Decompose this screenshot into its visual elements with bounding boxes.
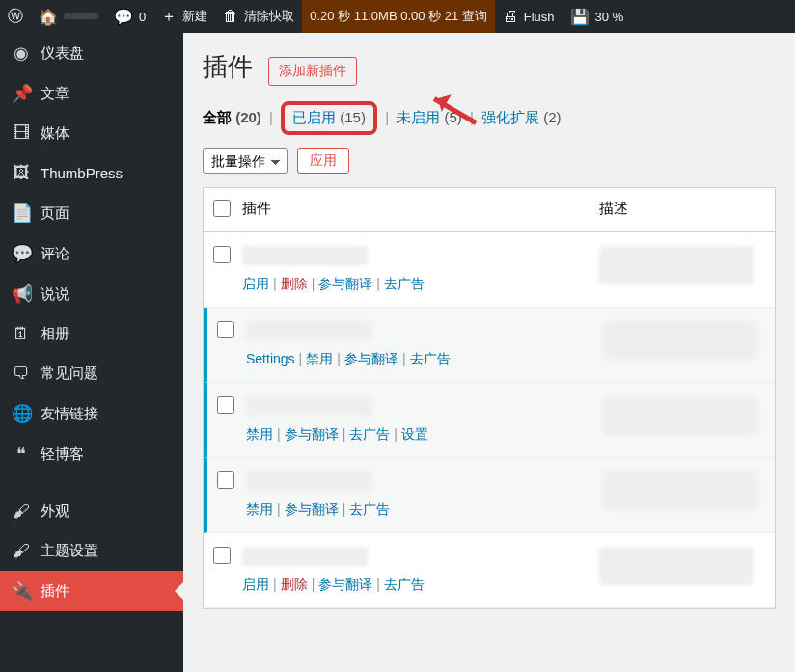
- column-header-desc[interactable]: 描述: [599, 200, 628, 220]
- sidebar-item-10[interactable]: ❝轻博客: [0, 434, 183, 474]
- bulk-action-select[interactable]: 批量操作: [203, 148, 288, 174]
- menu-icon: 🔌: [12, 580, 31, 602]
- comments-bubble[interactable]: 💬0: [106, 0, 153, 33]
- filter-inactive[interactable]: 未启用 (5): [397, 109, 462, 125]
- plugin-name-redacted: [246, 396, 371, 416]
- menu-icon: 📄: [12, 202, 31, 224]
- page-title: 插件: [203, 50, 253, 84]
- row-checkbox[interactable]: [217, 321, 234, 338]
- menu-icon: 🌐: [12, 403, 31, 424]
- menu-icon: 🎞: [12, 123, 31, 144]
- menu-label: 评论: [41, 245, 69, 263]
- plugin-desc-redacted: [599, 547, 754, 585]
- comments-count: 0: [139, 10, 146, 24]
- sidebar-item-8[interactable]: 🗨常见问题: [0, 354, 183, 393]
- menu-icon: 🖌: [12, 541, 31, 561]
- menu-label: 友情链接: [41, 405, 98, 423]
- flush-button[interactable]: 🖨Flush: [495, 0, 562, 33]
- sidebar-item-0[interactable]: ◉仪表盘: [0, 33, 183, 73]
- action-link[interactable]: 删除: [281, 577, 308, 592]
- sidebar-item-11[interactable]: 🖌外观: [0, 492, 183, 531]
- row-checkbox[interactable]: [217, 471, 234, 489]
- select-all-checkbox[interactable]: [213, 200, 231, 217]
- site-home[interactable]: 🏠: [31, 0, 106, 33]
- plugin-name-redacted: [242, 547, 368, 566]
- plugin-table: 插件 描述 启用|删除|参与翻译|去广告Settings|禁用|参与翻译|去广告…: [203, 187, 776, 609]
- plugin-name-redacted: [242, 246, 368, 265]
- add-new-plugin-button[interactable]: 添加新插件: [268, 57, 357, 86]
- action-link[interactable]: 禁用: [306, 351, 333, 366]
- sidebar-item-5[interactable]: 💬评论: [0, 233, 183, 274]
- sidebar-item-13[interactable]: 🔌插件: [0, 571, 183, 611]
- plugin-row: 禁用|参与翻译|去广告: [204, 458, 775, 533]
- sidebar-item-12[interactable]: 🖌主题设置: [0, 531, 183, 571]
- plugin-name-redacted: [246, 471, 371, 491]
- sidebar-item-4[interactable]: 📄页面: [0, 193, 183, 233]
- plugin-row: Settings|禁用|参与翻译|去广告: [204, 308, 775, 383]
- action-link[interactable]: 去广告: [384, 577, 425, 592]
- action-link[interactable]: 参与翻译: [285, 501, 339, 517]
- action-link[interactable]: 禁用: [246, 426, 273, 442]
- plugin-desc-redacted: [603, 471, 757, 510]
- action-link[interactable]: 参与翻译: [344, 351, 398, 366]
- menu-label: 常见问题: [41, 364, 98, 383]
- filter-active-highlighted: 已启用 (15): [281, 101, 377, 135]
- sidebar-item-1[interactable]: 📌文章: [0, 73, 183, 114]
- menu-icon: ❝: [12, 444, 31, 465]
- plugin-desc-redacted: [603, 396, 757, 435]
- plugin-name-redacted: [246, 321, 371, 340]
- sidebar-item-3[interactable]: 🖼ThumbPress: [0, 153, 183, 193]
- new-content[interactable]: ＋新建: [153, 0, 215, 33]
- action-link[interactable]: 去广告: [384, 276, 425, 291]
- action-link[interactable]: Settings: [246, 351, 295, 366]
- action-link[interactable]: 参与翻译: [285, 426, 339, 442]
- plugin-desc-redacted: [599, 246, 754, 284]
- menu-label: 说说: [41, 285, 69, 304]
- row-actions: 启用|删除|参与翻译|去广告: [242, 276, 599, 293]
- action-link[interactable]: 禁用: [246, 501, 273, 517]
- action-link[interactable]: 去广告: [349, 501, 390, 517]
- row-actions: 启用|删除|参与翻译|去广告: [242, 577, 599, 594]
- filter-enhance[interactable]: 强化扩展 (2): [481, 109, 562, 125]
- column-header-plugin[interactable]: 插件: [242, 200, 599, 220]
- action-link[interactable]: 参与翻译: [318, 577, 372, 592]
- admin-sidebar: ◉仪表盘📌文章🎞媒体🖼ThumbPress📄页面💬评论📢说说🗓相册🗨常见问题🌐友…: [0, 33, 183, 672]
- clear-cache[interactable]: 🗑清除快取: [215, 0, 302, 33]
- menu-icon: 📢: [12, 283, 31, 305]
- menu-label: 外观: [41, 502, 69, 521]
- sidebar-item-7[interactable]: 🗓相册: [0, 314, 183, 354]
- action-link[interactable]: 参与翻译: [318, 276, 372, 291]
- sidebar-item-2[interactable]: 🎞媒体: [0, 114, 183, 153]
- plugin-row: 启用|删除|参与翻译|去广告: [204, 232, 775, 308]
- menu-label: 相册: [41, 325, 69, 343]
- action-link[interactable]: 去广告: [410, 351, 451, 366]
- sidebar-item-9[interactable]: 🌐友情链接: [0, 393, 183, 434]
- sidebar-item-6[interactable]: 📢说说: [0, 274, 183, 314]
- plugin-row: 启用|删除|参与翻译|去广告: [204, 533, 775, 608]
- action-link[interactable]: 启用: [242, 577, 269, 592]
- menu-icon: ◉: [12, 42, 31, 64]
- menu-icon: 🖼: [12, 163, 31, 183]
- row-checkbox[interactable]: [213, 547, 231, 564]
- wp-logo[interactable]: ⓦ: [0, 0, 31, 33]
- menu-label: 页面: [41, 204, 69, 223]
- action-link[interactable]: 设置: [401, 426, 428, 442]
- row-checkbox[interactable]: [217, 396, 234, 414]
- row-checkbox[interactable]: [213, 246, 231, 263]
- menu-label: 仪表盘: [41, 44, 84, 63]
- menu-icon: 📌: [12, 83, 31, 104]
- action-link[interactable]: 启用: [242, 276, 269, 291]
- menu-label: 轻博客: [41, 445, 84, 464]
- plugin-row: 禁用|参与翻译|去广告|设置: [204, 383, 775, 458]
- plugin-desc-redacted: [603, 321, 757, 360]
- menu-label: 媒体: [41, 124, 69, 143]
- menu-icon: 🗓: [12, 324, 31, 344]
- bulk-apply-button[interactable]: 应用: [297, 148, 349, 174]
- action-link[interactable]: 删除: [281, 276, 308, 291]
- filter-all[interactable]: 全部 (20): [203, 109, 261, 125]
- filter-active[interactable]: 已启用 (15): [292, 109, 366, 125]
- menu-label: 主题设置: [41, 542, 98, 560]
- menu-icon: 🖌: [12, 501, 31, 522]
- admin-bar: ⓦ 🏠 💬0 ＋新建 🗑清除快取 0.20 秒 11.0MB 0.00 秒 21…: [0, 0, 795, 33]
- action-link[interactable]: 去广告: [349, 426, 390, 442]
